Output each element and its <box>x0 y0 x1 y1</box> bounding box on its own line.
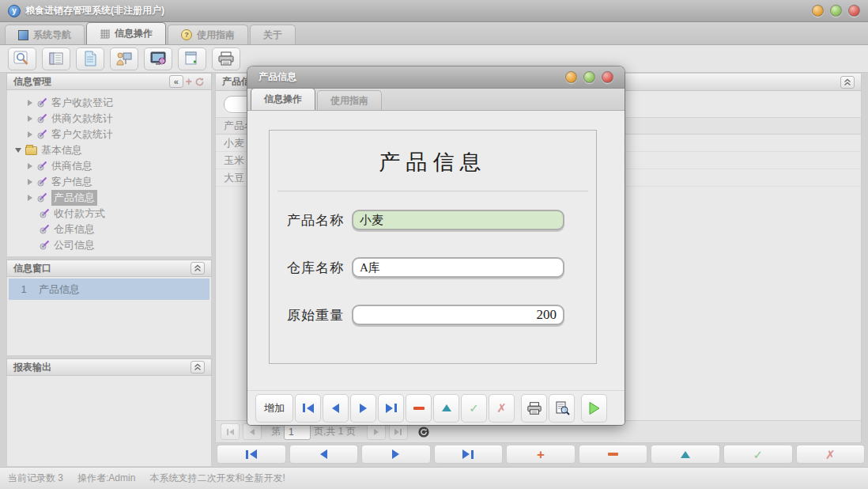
search-button[interactable] <box>8 47 36 70</box>
user-panel-button[interactable] <box>110 47 138 70</box>
add-window-button[interactable] <box>178 47 206 70</box>
tree-item[interactable]: 客户欠款统计 <box>7 127 211 142</box>
refresh-icon[interactable] <box>194 77 205 87</box>
tab-about[interactable]: 关于 <box>250 25 296 44</box>
expand-arrow-icon[interactable] <box>28 179 32 185</box>
info-window-panel: 信息窗口 1 产品信息 <box>6 260 212 356</box>
run-button[interactable] <box>581 394 607 423</box>
dialog-minimize-button[interactable] <box>565 71 577 83</box>
tab-info-operation[interactable]: 信息操作 <box>86 22 166 44</box>
divider <box>277 191 588 191</box>
plus-icon: + <box>537 448 545 461</box>
folder-icon <box>25 146 37 155</box>
tab-system-nav[interactable]: 系统导航 <box>5 25 85 44</box>
first-page-button[interactable] <box>221 423 240 440</box>
last-record-button[interactable] <box>378 394 404 423</box>
status-message: 本系统支持二次开发和全新开发! <box>149 472 285 485</box>
collapse-up-icon[interactable] <box>191 361 205 373</box>
next-record-button[interactable] <box>350 394 376 423</box>
monitor-button[interactable] <box>144 47 172 70</box>
window-title: 粮食进销存管理系统(非注册用户) <box>25 4 164 17</box>
tool-icon <box>36 161 47 172</box>
dialog-close-button[interactable] <box>602 71 613 83</box>
cancel-button[interactable]: ✗ <box>489 394 515 423</box>
collapse-arrow-icon[interactable] <box>15 148 21 153</box>
edit-record-button[interactable] <box>651 445 720 464</box>
next-record-icon <box>360 404 367 413</box>
expand-arrow-icon[interactable] <box>28 100 32 106</box>
cancel-button[interactable]: ✗ <box>796 445 866 464</box>
first-record-button[interactable] <box>295 394 321 423</box>
product-form: 产品信息 产品名称 仓库名称 原始重量 <box>269 130 597 364</box>
dialog-button-bar: 增加 ✓ ✗ <box>247 390 625 425</box>
expand-arrow-icon[interactable] <box>28 195 32 201</box>
printer-icon <box>526 401 542 415</box>
tree-item-folder[interactable]: 基本信息 <box>7 142 211 158</box>
minimize-button[interactable] <box>812 5 824 17</box>
refresh-icon[interactable] <box>417 426 430 438</box>
last-record-button[interactable] <box>434 445 504 464</box>
next-record-button[interactable] <box>361 445 431 464</box>
product-name-input[interactable] <box>352 210 564 230</box>
maximize-button[interactable] <box>830 5 842 17</box>
tree-item[interactable]: 客户信息 <box>7 174 211 190</box>
collapse-left-icon[interactable]: « <box>169 75 183 88</box>
confirm-button[interactable]: ✓ <box>461 394 487 423</box>
navigation-icon <box>18 30 28 40</box>
next-page-button[interactable] <box>367 423 386 440</box>
add-button[interactable]: 增加 <box>255 394 293 423</box>
original-weight-input[interactable] <box>352 305 564 325</box>
page-number-input[interactable] <box>284 424 311 440</box>
add-record-button[interactable]: + <box>506 445 576 464</box>
prev-record-button[interactable] <box>323 394 349 423</box>
edit-record-button[interactable] <box>433 394 459 423</box>
form-row-warehouse-name: 仓库名称 <box>287 256 564 279</box>
warehouse-name-input[interactable] <box>352 257 564 278</box>
first-record-button[interactable] <box>217 445 286 464</box>
preview-button[interactable] <box>549 394 575 423</box>
expand-arrow-icon[interactable] <box>28 163 32 169</box>
tree-item[interactable]: 客户收款登记 <box>7 95 211 111</box>
status-bar: 当前记录数 3 操作者:Admin 本系统支持二次开发和全新开发! <box>0 467 868 489</box>
prev-page-button[interactable] <box>243 423 262 440</box>
close-button[interactable] <box>848 5 860 17</box>
first-record-icon <box>307 404 314 413</box>
check-icon: ✓ <box>753 449 763 461</box>
dialog-tab-info-operation[interactable]: 信息操作 <box>251 88 315 110</box>
tree-item[interactable]: 供商信息 <box>7 158 211 174</box>
tree-item[interactable]: 公司信息 <box>7 237 211 253</box>
collapse-up-icon[interactable] <box>840 76 855 89</box>
tab-user-guide[interactable]: ? 使用指南 <box>168 25 248 44</box>
document-icon <box>83 51 97 66</box>
document-button[interactable] <box>76 47 104 70</box>
list-item[interactable]: 1 产品信息 <box>9 279 209 300</box>
minus-icon <box>608 453 618 456</box>
add-window-icon <box>184 51 200 66</box>
printer-button[interactable] <box>212 47 240 70</box>
record-nav-toolbar: + ✓ ✗ <box>217 445 865 465</box>
collapse-up-icon[interactable] <box>191 262 205 275</box>
tree-item[interactable]: 供商欠款统计 <box>7 111 211 127</box>
report-output-body <box>6 376 212 467</box>
dialog-tab-user-guide[interactable]: 使用指南 <box>317 90 382 110</box>
last-page-button[interactable] <box>389 423 408 440</box>
edit-icon <box>442 404 451 411</box>
search-icon <box>13 51 31 66</box>
help-icon: ? <box>181 29 192 40</box>
expand-arrow-icon[interactable] <box>28 116 32 122</box>
confirm-button[interactable]: ✓ <box>723 445 793 464</box>
prev-record-button[interactable] <box>289 445 359 464</box>
tool-icon <box>36 129 47 140</box>
play-icon <box>588 401 601 415</box>
tree-item[interactable]: 仓库信息 <box>7 222 211 237</box>
delete-record-button[interactable] <box>406 394 432 423</box>
plus-icon[interactable]: + <box>186 75 192 88</box>
list-view-button[interactable] <box>42 47 70 70</box>
delete-record-button[interactable] <box>579 445 648 464</box>
tree-item-selected[interactable]: 产品信息 <box>7 190 211 206</box>
tree-item[interactable]: 收付款方式 <box>7 206 211 222</box>
minus-icon <box>413 407 425 410</box>
dialog-maximize-button[interactable] <box>583 71 595 83</box>
expand-arrow-icon[interactable] <box>28 131 32 138</box>
print-button[interactable] <box>521 394 547 423</box>
